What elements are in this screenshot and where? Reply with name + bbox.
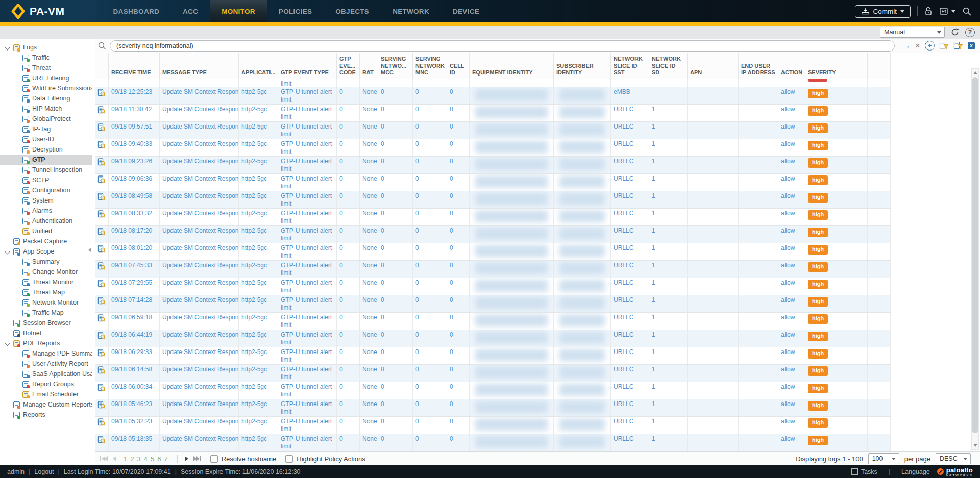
help-icon[interactable]: ? [965, 28, 975, 37]
log-row[interactable]: 09/18 05:18:35Update SM Context Response… [95, 434, 891, 451]
column-header-equipment_identity[interactable]: EQUIPMENT IDENTITY [470, 53, 554, 79]
log-row-partial[interactable]: limit [95, 79, 891, 87]
log-detail-icon[interactable] [97, 106, 106, 116]
log-detail-icon[interactable] [97, 401, 106, 411]
apply-filter-icon[interactable]: → [902, 41, 911, 50]
log-detail-icon[interactable] [97, 123, 106, 134]
global-search-icon[interactable] [962, 7, 972, 16]
log-detail-icon[interactable] [97, 158, 106, 168]
log-detail-icon[interactable] [97, 332, 106, 342]
log-detail-icon[interactable] [97, 418, 106, 429]
scroll-down-icon[interactable] [972, 442, 978, 449]
log-detail-icon[interactable] [97, 349, 106, 359]
sidebar-item-configuration[interactable]: Configuration [0, 185, 92, 195]
log-detail-icon[interactable] [97, 210, 106, 220]
column-header-message_type[interactable]: MESSAGE TYPE [160, 53, 239, 79]
sidebar-item-session-browser[interactable]: Session Browser [0, 318, 92, 328]
log-row[interactable]: 09/18 09:06:36Update SM Context Response… [95, 174, 891, 191]
log-row[interactable]: 09/18 06:29:33Update SM Context Response… [95, 347, 891, 365]
sidebar-item-email-scheduler[interactable]: Email Scheduler [0, 389, 92, 399]
resolve-hostname-checkbox[interactable] [210, 455, 218, 463]
column-header-gtp_event_code[interactable]: GTP EVE... CODE [337, 53, 360, 79]
column-header-cell_id[interactable]: CELL ID [447, 53, 470, 79]
sidebar-item-user-activity-report[interactable]: User Activity Report [0, 359, 92, 369]
add-filter-icon[interactable]: + [925, 41, 935, 51]
page-7[interactable]: 7 [164, 455, 167, 463]
sidebar-item-pdf-reports[interactable]: PDF Reports [0, 338, 92, 348]
column-header-apn[interactable]: APN [688, 53, 739, 79]
tab-device[interactable]: DEVICE [441, 0, 491, 22]
column-header-subscriber_identity[interactable]: SUBSCRIBER IDENTITY [554, 53, 611, 79]
column-header-receive_time[interactable]: RECEIVE TIME [109, 53, 160, 79]
tab-objects[interactable]: OBJECTS [324, 0, 381, 22]
page-2[interactable]: 2 [130, 455, 134, 463]
sidebar-item-alarms[interactable]: Alarms [0, 206, 92, 216]
sidebar-item-data-filtering[interactable]: Data Filtering [0, 93, 92, 104]
log-detail-icon[interactable] [97, 193, 106, 203]
log-detail-icon[interactable] [97, 436, 106, 446]
sidebar-item-threat-map[interactable]: Threat Map [0, 287, 92, 297]
log-detail-icon[interactable] [97, 141, 106, 151]
log-row[interactable]: 09/18 05:46:23Update SM Context Response… [95, 399, 891, 417]
export-csv-icon[interactable]: x [968, 42, 975, 49]
log-row[interactable]: 09/18 09:23:26Update SM Context Response… [95, 157, 891, 174]
column-header-rat[interactable]: RAT [360, 53, 378, 79]
unlock-icon[interactable] [924, 6, 933, 16]
config-save-load-button[interactable] [939, 7, 955, 16]
tab-network[interactable]: NETWORK [381, 0, 441, 22]
scrollbar-thumb[interactable] [972, 77, 978, 433]
chevron-down-icon[interactable] [5, 249, 10, 254]
refresh-icon[interactable] [950, 28, 960, 37]
log-row[interactable]: 09/18 07:14:28Update SM Context Response… [95, 295, 891, 313]
sidebar-item-logs[interactable]: Logs [0, 42, 92, 53]
sidebar-item-globalprotect[interactable]: GlobalProtect [0, 114, 92, 124]
log-row[interactable]: 09/18 09:40:33Update SM Context Response… [95, 139, 891, 157]
first-page-button[interactable] [100, 456, 108, 461]
commit-mode-select[interactable]: Manual [880, 27, 945, 38]
commit-button[interactable]: Commit [855, 5, 911, 18]
log-row[interactable]: 09/18 06:14:58Update SM Context Response… [95, 365, 891, 382]
sidebar-item-wildfire-submissions[interactable]: WildFire Submissions [0, 83, 92, 93]
column-header-application[interactable]: APPLICATI... [239, 53, 278, 79]
chevron-down-icon[interactable] [5, 45, 10, 50]
logout-link[interactable]: Logout [34, 468, 54, 475]
column-header-end_user_ip_address[interactable]: END USER IP ADDRESS [739, 53, 778, 79]
clear-filter-icon[interactable]: × [915, 41, 920, 50]
log-row[interactable]: 09/18 07:29:55Update SM Context Response… [95, 278, 891, 295]
page-6[interactable]: 6 [157, 455, 161, 463]
sidebar-item-threat-monitor[interactable]: Threat Monitor [0, 277, 92, 287]
chevron-down-icon[interactable] [5, 341, 10, 346]
sidebar-item-network-monitor[interactable]: Network Monitor [0, 297, 92, 308]
sidebar-item-sctp[interactable]: SCTP [0, 175, 92, 185]
sidebar-item-botnet[interactable]: Botnet [0, 328, 92, 338]
highlight-policy-checkbox[interactable] [285, 455, 293, 463]
sidebar-item-tunnel-inspection[interactable]: Tunnel Inspection [0, 165, 92, 175]
column-header-detail[interactable] [95, 53, 109, 79]
tab-policies[interactable]: POLICIES [267, 0, 324, 22]
log-detail-icon[interactable] [97, 384, 106, 394]
column-header-network_slice_id_sst[interactable]: NETWORK SLICE ID SST [611, 53, 649, 79]
tab-acc[interactable]: ACC [171, 0, 210, 22]
log-row[interactable]: 09/18 08:49:58Update SM Context Response… [95, 191, 891, 209]
sidebar-item-decryption[interactable]: Decryption [0, 144, 92, 155]
sidebar-item-manage-pdf-summary[interactable]: Manage PDF Summary [0, 348, 92, 359]
log-row[interactable]: 09/18 12:25:23Update SM Context Response… [95, 87, 891, 105]
log-row[interactable]: 09/18 11:30:42Update SM Context Response… [95, 105, 891, 122]
log-row[interactable]: 09/18 09:57:51Update SM Context Response… [95, 122, 891, 139]
sidebar-item-ip-tag[interactable]: IP-Tag [0, 124, 92, 134]
log-row[interactable]: 09/18 05:32:23Update SM Context Response… [95, 417, 891, 434]
scroll-up-icon[interactable] [972, 69, 978, 77]
page-3[interactable]: 3 [137, 455, 140, 463]
page-4[interactable]: 4 [144, 455, 148, 463]
sidebar-item-change-monitor[interactable]: Change Monitor [0, 267, 92, 277]
page-5[interactable]: 5 [151, 455, 154, 463]
vertical-scrollbar[interactable] [971, 68, 979, 450]
log-detail-icon[interactable] [97, 245, 106, 255]
log-row[interactable]: 09/18 08:17:20Update SM Context Response… [95, 226, 891, 243]
column-header-action[interactable]: ACTION [778, 53, 805, 79]
log-detail-icon[interactable] [97, 228, 106, 238]
log-detail-icon[interactable] [97, 297, 106, 307]
page-1[interactable]: 1 [124, 455, 127, 463]
log-detail-icon[interactable] [97, 262, 106, 272]
sidebar-item-traffic-map[interactable]: Traffic Map [0, 308, 92, 318]
